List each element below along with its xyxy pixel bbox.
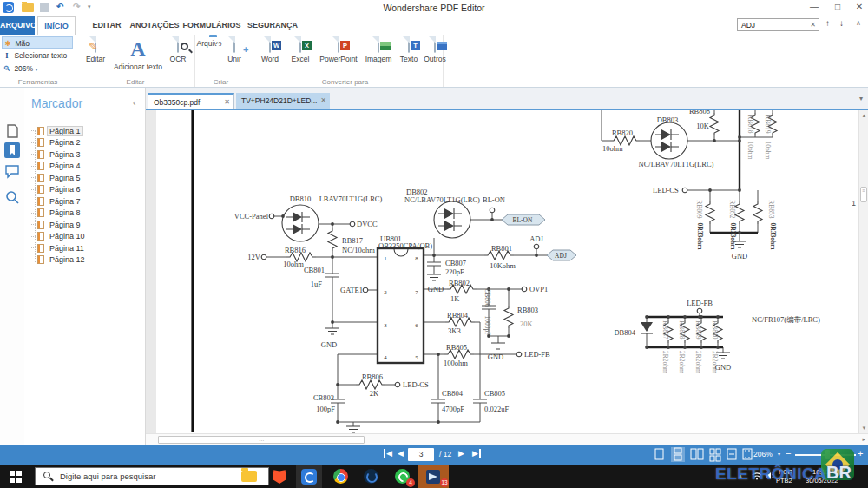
view-mode-buttons[interactable] [651, 447, 757, 462]
next-page-button[interactable]: ▶ [458, 449, 464, 458]
svg-text:10ohm: 10ohm [764, 142, 772, 160]
tray-language[interactable]: POR [779, 468, 792, 476]
document-tab-bar: Ob3350cp.pdf ✕ TV+PH24D21D+LED... ✕ ▾ [146, 88, 868, 110]
bookmark-pagina-5[interactable]: Página 5 [30, 172, 142, 184]
converter-powerpoint-button[interactable]: P PowerPoint [316, 37, 361, 63]
bookmark-pagina-8[interactable]: Página 8 [30, 208, 142, 220]
add-text-icon: A [113, 37, 163, 61]
scroll-right-icon[interactable]: ▸ [862, 436, 865, 443]
doc-tab-ob3350[interactable]: Ob3350cp.pdf ✕ [148, 93, 234, 110]
bookmark-pagina-9[interactable]: Página 9 [30, 219, 142, 231]
close-button[interactable]: ✕ [851, 2, 868, 11]
zoom-level-button[interactable]: 🔍︎ 206% ▾ [2, 63, 73, 75]
vertical-scrollbar[interactable]: ▲ ≡ ▼ [858, 110, 868, 433]
start-button[interactable] [10, 471, 22, 483]
bookmark-pagina-12[interactable]: Página 12 [30, 254, 142, 267]
findbar-collapse-icon[interactable]: ∧ [856, 19, 861, 27]
last-page-button[interactable]: ▶ [472, 449, 481, 458]
statusbar-zoom-label[interactable]: 206% [753, 450, 773, 458]
taskbar-app-icon[interactable] [358, 465, 384, 488]
find-query[interactable]: ADJ [741, 21, 755, 30]
bookmark-pagina-1[interactable]: Página 1 [30, 125, 142, 137]
tab-inicio[interactable]: INÍCIO [37, 16, 76, 35]
minimize-button[interactable]: — [806, 2, 823, 11]
converter-texto-button[interactable]: T Texto [396, 37, 422, 63]
tab-formularios[interactable]: FORMULÁRIOS [182, 16, 241, 35]
taskbar-file-explorer-icon[interactable] [236, 465, 262, 488]
zoom-slider-thumb[interactable] [825, 450, 830, 459]
svg-text:RB809: RB809 [695, 200, 703, 219]
panel-collapse-icon[interactable]: ‹ [133, 98, 135, 108]
find-next-button[interactable]: ↓ [839, 18, 844, 28]
find-input[interactable]: ADJ ✕ [737, 18, 819, 31]
find-previous-button[interactable]: ↑ [825, 18, 830, 28]
bookmark-pagina-4[interactable]: Página 4 [30, 161, 142, 173]
select-text-button[interactable]: I Selecionar texto [2, 49, 73, 62]
criar-arquivo-button[interactable]: + Arquivo [195, 37, 223, 48]
taskbar-brave-icon[interactable] [266, 465, 293, 488]
scroll-down-icon[interactable]: ▼ [859, 425, 868, 431]
previous-page-button[interactable]: ◀ [398, 449, 404, 458]
converter-excel-button[interactable]: X Excel [285, 37, 316, 63]
zoom-caret-icon[interactable]: ▾ [778, 451, 780, 457]
bookmark-pagina-10[interactable]: Página 10 [30, 231, 142, 243]
svg-text:4700pF: 4700pF [442, 405, 464, 413]
horizontal-scroll-thumb[interactable]: ⋯ [158, 436, 365, 444]
page-number-input[interactable]: 3 [408, 448, 434, 461]
taskbar-chrome-icon[interactable] [327, 465, 353, 488]
vertical-scroll-thumb[interactable]: ≡ [860, 187, 867, 202]
pdf-viewport[interactable]: RB820 10ohm DB803 NC/LBAV70LT1G(LRC) RB8… [146, 110, 868, 445]
maximize-button[interactable]: □ [829, 2, 846, 11]
group-converter: W Word X Excel P PowerPoint Imagem T Tex… [247, 35, 444, 87]
find-clear-icon[interactable]: ✕ [810, 21, 816, 29]
bookmarks-icon[interactable] [3, 142, 21, 159]
tab-seguranca[interactable]: SEGURANÇA [247, 16, 299, 35]
bookmark-pagina-6[interactable]: Página 6 [30, 184, 142, 196]
wifi-icon[interactable] [752, 472, 762, 480]
svg-text:RB802: RB802 [449, 279, 470, 287]
tray-chevron-icon[interactable]: ∧ [738, 472, 743, 480]
tab-anotacoes[interactable]: ANOTAÇÕES [128, 16, 181, 35]
svg-text:0R33ohm: 0R33ohm [769, 223, 777, 251]
svg-text:LBAV70LT1G(LRC): LBAV70LT1G(LRC) [319, 195, 383, 203]
converter-outros-button[interactable]: Outros [422, 37, 448, 63]
editar-button[interactable]: ✎ Editar [80, 37, 111, 63]
comments-icon[interactable] [3, 162, 21, 180]
thumbnails-icon[interactable] [3, 122, 21, 140]
bookmark-pagina-2[interactable]: Página 2 [30, 137, 142, 149]
zoom-out-button[interactable]: − [786, 448, 791, 458]
doc-tab-close-icon[interactable]: ✕ [320, 93, 326, 109]
ribbon-pin-icon[interactable]: ▾ [859, 95, 863, 102]
bookmark-pagina-3[interactable]: Página 3 [30, 148, 142, 161]
adicionar-texto-button[interactable]: A Adicionar texto [113, 37, 163, 71]
unir-button[interactable]: + Unir [223, 37, 246, 63]
tray-date[interactable]: 30/05/2022 [806, 477, 838, 485]
zoom-caret-icon[interactable]: ▾ [36, 67, 38, 72]
search-panel-icon[interactable] [3, 188, 21, 206]
converter-word-button[interactable]: W Word [255, 37, 285, 63]
speaker-icon[interactable] [766, 472, 775, 480]
tray-keyboard[interactable]: PTB2 [776, 477, 792, 485]
doc-tab-tv-ph24d21d[interactable]: TV+PH24D21D+LED... ✕ [236, 93, 330, 110]
taskbar-pdf-editor-icon[interactable] [296, 465, 322, 488]
content-area: Ob3350cp.pdf ✕ TV+PH24D21D+LED... ✕ ▾ [146, 88, 868, 445]
svg-text:NC/10ohm: NC/10ohm [342, 246, 375, 254]
page-icon [37, 197, 44, 206]
horizontal-scrollbar[interactable]: ⋯ ▸ [146, 433, 868, 445]
bookmark-pagina-11[interactable]: Página 11 [30, 242, 142, 254]
hand-tool-button[interactable]: ✱ Mão [2, 36, 73, 49]
bookmark-pagina-7[interactable]: Página 7 [30, 195, 142, 208]
doc-tab-label: TV+PH24D21D+LED... [241, 96, 317, 105]
zoom-in-button[interactable]: + [858, 448, 863, 458]
scroll-up-icon[interactable]: ▲ [859, 113, 868, 118]
converter-imagem-button[interactable]: Imagem [361, 37, 396, 63]
ocr-button[interactable]: OCR [163, 37, 193, 63]
first-page-button[interactable]: ◀ [384, 449, 392, 458]
tab-editar[interactable]: EDITAR [89, 16, 125, 35]
taskbar-whatsapp-icon[interactable]: 4 [389, 465, 415, 488]
tab-arquivo[interactable]: ARQUIVO [0, 16, 35, 35]
taskbar-search-input[interactable]: Digite aqui para pesquisar [35, 467, 269, 485]
tray-time[interactable]: 18:10 [812, 468, 829, 476]
powerpoint-doc-icon: P [338, 36, 339, 53]
taskbar-messenger-icon[interactable]: 13 [418, 465, 449, 488]
